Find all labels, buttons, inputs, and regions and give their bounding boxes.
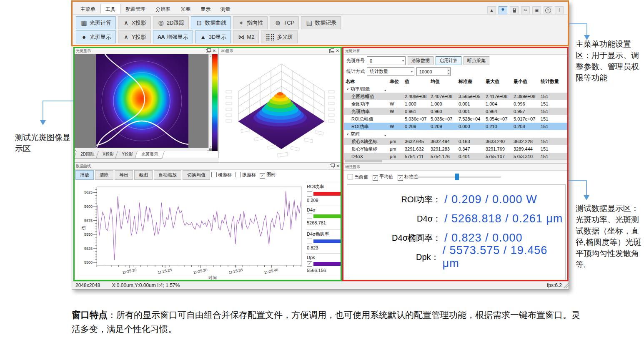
stat-mode-combo[interactable]: 统计数量▾ — [367, 67, 414, 76]
y-projection-icon: ∧ — [123, 34, 130, 40]
curve-button-自动缩放[interactable]: 自动缩放 — [154, 170, 181, 180]
cell: 0.001 — [457, 101, 484, 106]
table-row-全图总幅值[interactable]: 全图总幅值2.408e+082.407e+083.565e+052.417e+0… — [344, 93, 569, 100]
legend-checkbox[interactable] — [307, 214, 312, 219]
info-icon[interactable]: i — [555, 6, 564, 14]
toolbar-button-spot-calc[interactable]: ▦光斑计算 — [76, 16, 116, 29]
toolbar-button-multi-spot[interactable]: ⣿⣿多光斑 — [261, 30, 298, 43]
cell: ROI总幅值 — [344, 116, 388, 122]
menu-item-显示[interactable]: 显示 — [195, 4, 216, 14]
toolbar-button-directivity[interactable]: ⌖指向性 — [233, 16, 268, 29]
toolbar-button-y-projection[interactable]: ∧Y投影 — [118, 30, 151, 43]
legend-color-bar — [313, 262, 341, 266]
checkbox-icon — [348, 174, 353, 179]
2d-tracking-icon: ◎ — [158, 20, 165, 26]
table-group-row-空间[interactable]: ∨空间▼ — [344, 130, 569, 138]
float-panel-icon[interactable] — [330, 164, 334, 168]
collapse-icon[interactable]: ▲ — [487, 6, 496, 14]
curve-button-清除[interactable]: 清除 — [95, 170, 113, 180]
toolbar-button-data-curve[interactable]: ⊡数据曲线 — [191, 16, 231, 29]
spin-up-icon[interactable]: ▴ — [447, 68, 450, 72]
cell: W — [388, 101, 403, 106]
help-icon[interactable]: ? — [544, 6, 552, 14]
toolbar-button-3d-display[interactable]: ▲3D显示 — [195, 30, 231, 43]
close-panel-icon[interactable]: ✕ — [212, 49, 217, 53]
curve-button-切换均值[interactable]: 切换均值 — [183, 170, 210, 180]
cell: 0.996 — [512, 101, 539, 106]
toolbar-button-m2[interactable]: ⋈M2 — [233, 30, 259, 43]
curve-checkbox-横游标[interactable]: 横游标 — [211, 172, 232, 178]
table-group-row-功率/能量[interactable]: ∨功率/能量▼ — [344, 85, 569, 93]
curve-checkbox-纵游标[interactable]: 纵游标 — [236, 172, 256, 178]
resolution-readout: 2048x2048 — [75, 282, 100, 288]
table-row-光斑功率[interactable]: 光斑功率W0.9610.9600.0010.9640.957151 — [344, 108, 569, 115]
m2-icon: ⋈ — [238, 34, 245, 40]
pin-icon[interactable] — [499, 6, 507, 14]
legend-checkbox[interactable] — [307, 191, 312, 196]
table-row-全图功率[interactable]: 全图功率W1.0001.0000.0011.0040.996151 — [344, 100, 569, 108]
curve-checkbox-图例[interactable]: ✓图例 — [260, 171, 276, 179]
enhanced-value: / 5573.575 / 19.456 μm — [443, 244, 565, 270]
cell: 3291.283 — [429, 146, 457, 151]
toolbar-button-x-projection[interactable]: ∧X投影 — [118, 16, 151, 29]
tab-光斑显示[interactable]: 光斑显示 — [135, 151, 165, 159]
font-size-slider[interactable] — [406, 176, 501, 178]
toolbar-button-enhanced-display[interactable]: AA增强显示 — [153, 30, 193, 43]
spot-calc-icon: ▦ — [80, 20, 88, 26]
toolbar-button-data-record[interactable]: ▤数据记录 — [301, 16, 341, 29]
table-header-row: 名称单位值均值标准差最大值最小值统计数量 — [344, 78, 569, 85]
cell: 质心X轴坐标 — [344, 139, 388, 145]
enhanced-checkbox-平均值[interactable]: ✓平均值 — [373, 174, 393, 181]
column-header-单位: 单位 — [388, 78, 403, 85]
save-icon[interactable]: ▣ — [532, 6, 541, 14]
menu-item-配置管理[interactable]: 配置管理 — [120, 4, 150, 14]
curve-button-导出[interactable]: 导出 — [115, 170, 133, 180]
calc-panel-title: 光斑计算 — [345, 48, 360, 54]
curve-button-截图[interactable]: 截图 — [134, 170, 153, 180]
table-row-质心X轴坐标[interactable]: 质心X轴坐标μm3632.6453632.4940.1633633.240363… — [344, 138, 569, 145]
legend-checkbox[interactable] — [307, 239, 312, 244]
menu-item-测量[interactable]: 测量 — [216, 4, 236, 14]
calc-button-清除数据[interactable]: 清除数据 — [408, 56, 434, 65]
cell: 151 — [539, 101, 569, 106]
menu-item-主菜单[interactable]: 主菜单 — [75, 4, 100, 14]
menu-item-光圈[interactable]: 光圈 — [175, 4, 195, 14]
enhanced-line-Dpk：: Dpk：/ 5573.575 / 19.456 μm — [347, 247, 565, 267]
table-row-ROI总幅值[interactable]: ROI总幅值5.036e+075.035e+077.528e+045.054e+… — [344, 115, 569, 123]
toolbar-button-2d-tracking[interactable]: ◎2D跟踪 — [153, 16, 189, 29]
menu-item-工具[interactable]: 工具 — [100, 4, 120, 14]
cell: 151 — [539, 154, 569, 159]
float-panel-icon[interactable] — [206, 49, 210, 53]
calc-button-断点采集[interactable]: 断点采集 — [464, 56, 489, 65]
close-panel-icon[interactable]: ✕ — [336, 164, 341, 168]
calc-button-启用计算[interactable]: 启用计算 — [436, 56, 461, 65]
slider-handle[interactable] — [455, 174, 459, 180]
menu-item-分辨率[interactable]: 分辨率 — [150, 4, 175, 14]
legend-checkbox[interactable]: ✓ — [307, 261, 312, 267]
cell: 0.964 — [484, 109, 512, 114]
horizontal-scrollbar[interactable]: ◂▸ — [74, 148, 209, 151]
table-horizontal-scrollbar[interactable] — [344, 159, 569, 163]
lock-icon[interactable] — [510, 6, 519, 14]
cell: 质心Y轴坐标 — [344, 146, 388, 152]
cell: 5754.711 — [403, 154, 429, 159]
cell: 3.565e+05 — [457, 94, 484, 99]
cut-icon[interactable]: ✂ — [521, 6, 530, 14]
curve-button-播放[interactable]: 播放 — [75, 170, 94, 180]
data-record-icon: ▤ — [306, 20, 313, 26]
table-row-ROI功率[interactable]: ROI功率W0.2090.2090.0000.2100.208151 — [344, 123, 569, 130]
stat-count-spinner[interactable]: 10000 ▴▾ — [416, 67, 451, 76]
spot-display-panel: 光斑显示 ✕ ▴▾ ◂▸ 2D跟踪X投影Y投影光斑显示 — [74, 47, 219, 158]
enhanced-checkbox-当前值[interactable]: 当前值 — [348, 174, 368, 180]
close-panel-icon[interactable]: ✕ — [335, 49, 340, 53]
float-panel-icon[interactable] — [329, 49, 333, 53]
toolbar-button-spot-display[interactable]: ●光斑显示 — [76, 30, 116, 43]
cell: ROI功率 — [344, 123, 388, 130]
table-row-质心Y轴坐标[interactable]: 质心Y轴坐标μm3291.6323291.2830.3473291.769328… — [344, 145, 569, 153]
toolbar-button-tcp[interactable]: ⊕TCP — [270, 16, 299, 29]
resize-grip[interactable] — [564, 283, 569, 288]
spot-seq-combo[interactable]: 0▾ — [367, 56, 406, 65]
m2-label: M2 — [247, 34, 254, 40]
spin-down-icon[interactable]: ▾ — [447, 72, 450, 75]
cell: μm — [388, 139, 403, 144]
